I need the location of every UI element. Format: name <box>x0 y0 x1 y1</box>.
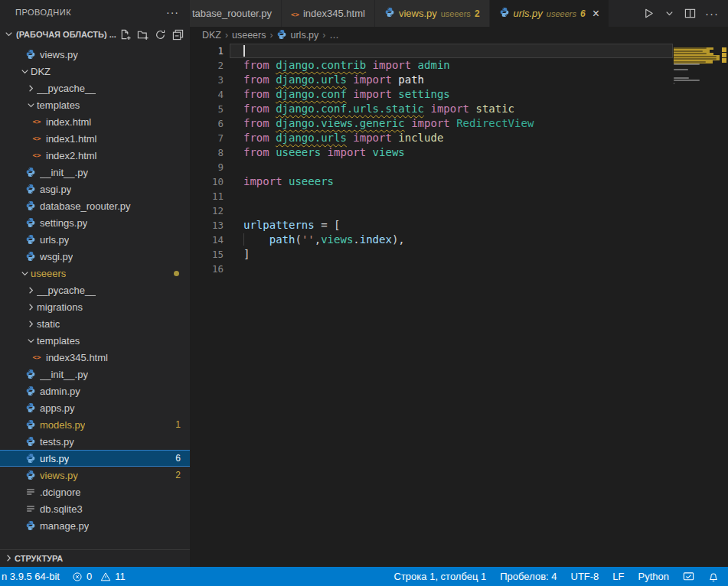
tree-item-static[interactable]: static <box>0 315 190 332</box>
code-lines[interactable]: 12from django.contrib import admin3from … <box>190 44 673 276</box>
line-number[interactable]: 10 <box>190 174 224 189</box>
code-line-6[interactable]: 6from django.views.generic import Redire… <box>190 116 673 131</box>
breadcrumb-item-[interactable]: … <box>329 30 339 41</box>
minimap[interactable] <box>674 44 720 87</box>
editor[interactable]: 12from django.contrib import admin3from … <box>190 44 728 567</box>
feedback-icon[interactable] <box>683 571 694 582</box>
tree-item-templates[interactable]: templates <box>0 96 190 113</box>
code-line-11[interactable]: 11 <box>190 189 673 203</box>
line-number[interactable]: 4 <box>190 87 224 102</box>
tab-views.py[interactable]: views.pyuseeers2 <box>375 0 490 27</box>
line-number[interactable]: 15 <box>190 247 224 262</box>
code-line-16[interactable]: 16 <box>190 262 673 276</box>
explorer-panel-header[interactable]: ПРОВОДНИК ··· <box>0 0 190 24</box>
status-indentation[interactable]: Пробелов: 4 <box>500 571 557 582</box>
code-line-9[interactable]: 9 <box>190 160 673 174</box>
tree-item-__init__.py[interactable]: __init__.py <box>0 366 190 383</box>
code-line-2[interactable]: 2from django.contrib import admin <box>190 58 673 73</box>
panel-more-icon[interactable]: ··· <box>166 6 179 18</box>
split-editor-button[interactable] <box>684 8 696 19</box>
tree-item-settings.py[interactable]: settings.py <box>0 214 190 231</box>
tree-item-index345.html[interactable]: <>index345.html <box>0 349 190 366</box>
tree-item-admin.py[interactable]: admin.py <box>0 383 190 399</box>
refresh-icon[interactable] <box>155 29 166 41</box>
line-content[interactable]: import useeers <box>230 174 673 189</box>
code-line-8[interactable]: 8from useeers import views <box>190 145 673 160</box>
status-encoding[interactable]: UTF-8 <box>571 571 599 582</box>
line-content[interactable]: urlpatterns = [ <box>230 218 673 233</box>
line-number[interactable]: 14 <box>190 233 224 247</box>
line-content[interactable] <box>230 160 673 174</box>
tree-item-views.py[interactable]: views.py <box>0 46 190 63</box>
code-line-10[interactable]: 10import useeers <box>190 174 673 189</box>
code-line-3[interactable]: 3from django.urls import path <box>190 73 673 87</box>
code-line-12[interactable]: 12 <box>190 203 673 218</box>
line-number[interactable]: 13 <box>190 218 224 233</box>
line-content[interactable]: from useeers import views <box>230 145 673 160</box>
line-number[interactable]: 7 <box>190 131 224 145</box>
line-number[interactable]: 1 <box>190 44 224 58</box>
tree-item-useeers[interactable]: useeers <box>0 265 190 282</box>
tree-item-models.py[interactable]: models.py1 <box>0 416 190 433</box>
tree-item-__pycache__[interactable]: __pycache__ <box>0 282 190 298</box>
line-content[interactable]: path('',views.index), <box>230 233 673 247</box>
tree-item-index2.html[interactable]: <>index2.html <box>0 147 190 164</box>
code-line-14[interactable]: 14 path('',views.index), <box>190 233 673 247</box>
tree-item-index.html[interactable]: <>index.html <box>0 113 190 130</box>
tree-item-urls.py[interactable]: urls.py6 <box>0 450 190 467</box>
bell-icon[interactable] <box>708 571 719 582</box>
new-file-icon[interactable] <box>119 29 131 41</box>
line-content[interactable]: from django.contrib import admin <box>230 58 673 73</box>
tree-item-__init__.py[interactable]: __init__.py <box>0 164 190 181</box>
tree-item-asgi.py[interactable]: asgi.py <box>0 181 190 197</box>
status-problems[interactable]: 0 11 <box>72 571 126 582</box>
code-line-7[interactable]: 7from django.urls import include <box>190 131 673 145</box>
tab-urls.py[interactable]: urls.pyuseeers6× <box>490 0 609 27</box>
code-line-1[interactable]: 1 <box>190 44 673 58</box>
code-line-15[interactable]: 15] <box>190 247 673 262</box>
line-content[interactable]: ] <box>230 247 673 262</box>
close-icon[interactable]: × <box>593 8 599 20</box>
tree-item-index1.html[interactable]: <>index1.html <box>0 130 190 147</box>
line-number[interactable]: 6 <box>190 116 224 131</box>
line-number[interactable]: 2 <box>190 58 224 73</box>
status-eol[interactable]: LF <box>612 571 624 582</box>
run-dropdown-icon[interactable] <box>664 8 675 19</box>
tree-item-manage.py[interactable]: manage.py <box>0 517 190 534</box>
line-content[interactable] <box>230 203 673 218</box>
code-line-4[interactable]: 4from django.conf import settings <box>190 87 673 102</box>
line-number[interactable]: 5 <box>190 102 224 116</box>
line-number[interactable]: 11 <box>190 189 224 203</box>
new-folder-icon[interactable] <box>137 29 149 41</box>
collapse-all-icon[interactable] <box>172 29 184 41</box>
line-content[interactable]: from django.urls import path <box>230 73 673 87</box>
line-number[interactable]: 12 <box>190 203 224 218</box>
line-number[interactable]: 9 <box>190 160 224 174</box>
tree-item-__pycache__[interactable]: __pycache__ <box>0 80 190 96</box>
status-cursor-position[interactable]: Строка 1, столбец 1 <box>394 571 487 582</box>
line-content[interactable]: from django.conf.urls.static import stat… <box>230 102 673 116</box>
tree-item-wsgi.py[interactable]: wsgi.py <box>0 248 190 265</box>
line-content[interactable]: from django.conf import settings <box>230 87 673 102</box>
breadcrumb-item-useeers[interactable]: useeers <box>232 30 266 41</box>
tree-item-apps.py[interactable]: apps.py <box>0 399 190 416</box>
line-content[interactable]: from django.urls import include <box>230 131 673 145</box>
tree-item-DKZ[interactable]: DKZ <box>0 63 190 80</box>
tree-item-db.sqlite3[interactable]: db.sqlite3 <box>0 500 190 517</box>
code-line-13[interactable]: 13urlpatterns = [ <box>190 218 673 233</box>
line-content[interactable]: from django.views.generic import Redirec… <box>230 116 673 131</box>
run-python-file-button[interactable] <box>643 8 655 19</box>
tree-item-tests.py[interactable]: tests.py <box>0 433 190 450</box>
status-python-version[interactable]: n 3.9.5 64-bit <box>2 571 60 582</box>
code-line-5[interactable]: 5from django.conf.urls.static import sta… <box>190 102 673 116</box>
line-number[interactable]: 16 <box>190 262 224 276</box>
tab-index345.html[interactable]: <>index345.html <box>282 0 375 27</box>
tab-tabase_roouter.py[interactable]: tabase_roouter.py <box>190 0 282 27</box>
tree-item-templates[interactable]: templates <box>0 332 190 349</box>
tree-item-migrations[interactable]: migrations <box>0 298 190 315</box>
status-language[interactable]: Python <box>638 571 669 582</box>
outline-section-header[interactable]: СТРУКТУРА <box>0 549 190 567</box>
line-number[interactable]: 8 <box>190 145 224 160</box>
tree-item-database_roouter.py[interactable]: database_roouter.py <box>0 197 190 214</box>
line-content[interactable] <box>230 44 673 58</box>
